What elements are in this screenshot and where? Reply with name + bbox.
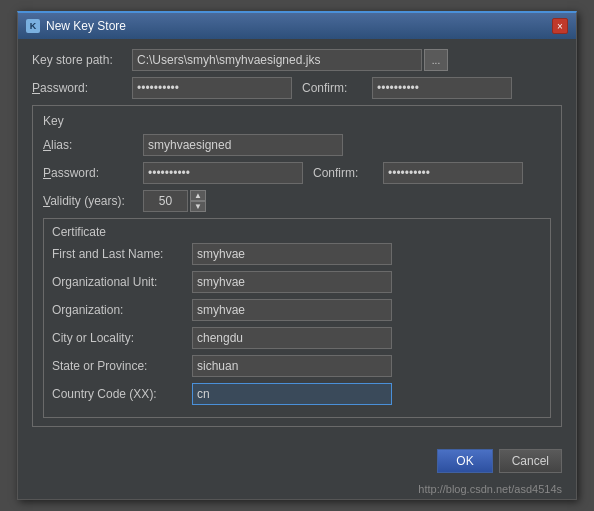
keystore-path-input[interactable] [132,49,422,71]
keystore-path-label: Key store path: [32,53,132,67]
title-bar-left: K New Key Store [26,19,126,33]
validity-label: Validity (years): [43,194,143,208]
city-input[interactable] [192,327,392,349]
browse-button[interactable]: ... [424,49,448,71]
keystore-password-label: Password: [32,81,132,95]
first-last-label: First and Last Name: [52,247,192,261]
cancel-button[interactable]: Cancel [499,449,562,473]
keystore-password-label-text: P [32,81,40,95]
dialog-icon: K [26,19,40,33]
key-confirm-input[interactable] [383,162,523,184]
key-confirm-label: Confirm: [313,166,383,180]
validity-input[interactable] [143,190,188,212]
first-last-row: First and Last Name: [52,243,542,265]
certificate-section-title: Certificate [52,225,542,239]
alias-row: Alias: [43,134,551,156]
title-bar: K New Key Store × [18,13,576,39]
org-unit-input[interactable] [192,271,392,293]
org-row: Organization: [52,299,542,321]
city-label: City or Locality: [52,331,192,345]
state-row: State or Province: [52,355,542,377]
key-section: Key Alias: Password: Confirm: [32,105,562,427]
org-label: Organization: [52,303,192,317]
certificate-section: Certificate First and Last Name: Organiz… [43,218,551,418]
org-unit-label: Organizational Unit: [52,275,192,289]
new-key-store-dialog: K New Key Store × Key store path: ... Pa… [17,11,577,500]
button-row: OK Cancel [18,443,576,483]
city-row: City or Locality: [52,327,542,349]
first-last-input[interactable] [192,243,392,265]
key-password-label: Password: [43,166,143,180]
country-label: Country Code (XX): [52,387,192,401]
ok-button[interactable]: OK [437,449,492,473]
keystore-confirm-input[interactable] [372,77,512,99]
state-input[interactable] [192,355,392,377]
country-input[interactable] [192,383,392,405]
alias-input[interactable] [143,134,343,156]
keystore-confirm-label: Confirm: [302,81,372,95]
keystore-password-row: Password: Confirm: [32,77,562,99]
key-section-title: Key [43,114,551,128]
alias-label: Alias: [43,138,143,152]
spinner-down-button[interactable]: ▼ [190,201,206,212]
country-row: Country Code (XX): [52,383,542,405]
keystore-path-row: Key store path: ... [32,49,562,71]
dialog-body: Key store path: ... Password: Confirm: K… [18,39,576,443]
validity-spinner: ▲ ▼ [190,190,206,212]
org-input[interactable] [192,299,392,321]
validity-row: Validity (years): ▲ ▼ [43,190,551,212]
state-label: State or Province: [52,359,192,373]
key-password-row: Password: Confirm: [43,162,551,184]
keystore-password-input[interactable] [132,77,292,99]
dialog-title: New Key Store [46,19,126,33]
org-unit-row: Organizational Unit: [52,271,542,293]
key-password-input[interactable] [143,162,303,184]
close-button[interactable]: × [552,18,568,34]
watermark: http://blog.csdn.net/asd4514s [18,483,576,499]
spinner-up-button[interactable]: ▲ [190,190,206,201]
